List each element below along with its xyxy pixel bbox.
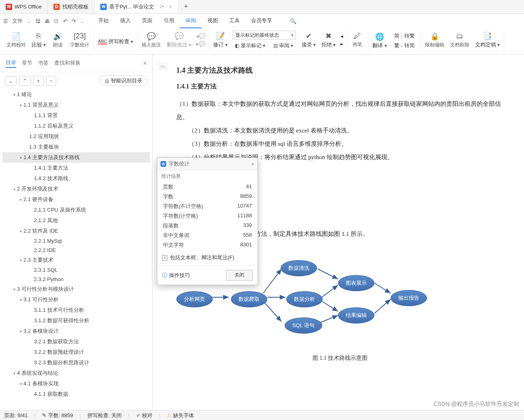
- to-traditional-button[interactable]: 简↓ 转繁: [392, 32, 417, 40]
- dialog-close-icon[interactable]: ×: [251, 161, 254, 167]
- toc-item[interactable]: 1.3 主要板块: [2, 142, 150, 152]
- wordcount-button[interactable]: [23]字数统计: [68, 31, 92, 49]
- file-menu[interactable]: 文件: [12, 17, 23, 25]
- status-words[interactable]: ✎ 字数: 8859: [42, 412, 73, 419]
- compare-button[interactable]: ⎘比较 ▾: [29, 31, 48, 49]
- toc-item[interactable]: ▾4.1 各模块实现: [2, 378, 150, 389]
- reject-button[interactable]: ✖拒绝 ▾: [319, 31, 338, 49]
- toc-item[interactable]: ▾3.1 可行性分析: [2, 294, 150, 305]
- track-changes-button[interactable]: 📝修订 ▾: [211, 31, 230, 49]
- tab-home[interactable]: 开始: [93, 14, 114, 28]
- toc-item[interactable]: 1.4.1 主要方法: [2, 163, 150, 173]
- toc-item[interactable]: ▾3 可行性分析与模块设计: [2, 284, 150, 294]
- toc-item[interactable]: 2.3.1 SQL: [2, 265, 150, 275]
- preview-icon[interactable]: 🗋: [54, 18, 59, 24]
- include-footnotes-checkbox[interactable]: ✓ 包括文本框、脚注和尾注(F): [157, 250, 258, 265]
- toc-item[interactable]: 3.2.2 数据预处理设计: [2, 347, 150, 357]
- toc-item[interactable]: 1.1.2 目标及意义: [2, 121, 150, 131]
- toc-item[interactable]: ▾3.2 各模块设计: [2, 326, 150, 336]
- qat-chevron[interactable]: ⌄: [80, 18, 85, 24]
- expand-all-button[interactable]: ⌄: [5, 76, 17, 86]
- next-change-icon[interactable]: ▸: [340, 41, 343, 47]
- sidebar-tab-chapter[interactable]: 章节: [22, 59, 32, 67]
- tab-review[interactable]: 审阅: [180, 14, 202, 28]
- tab-insert[interactable]: 插入: [114, 14, 136, 28]
- accept-button[interactable]: ✔接受 ▾: [299, 31, 318, 49]
- tab-current-document[interactable]: W 基于Pyt... 毕业论文 ⟳ ×: [95, 0, 178, 13]
- review-pane-button[interactable]: ▤ 审阅 ▾: [271, 41, 296, 50]
- hamburger-icon[interactable]: ☰: [3, 18, 8, 24]
- tab-page[interactable]: 页面: [136, 14, 158, 28]
- toc-item[interactable]: ▾4 系统实现与结论: [2, 368, 150, 378]
- to-simplified-button[interactable]: 繁↓ 转简: [392, 41, 417, 50]
- perm-icon: 🗂: [456, 32, 463, 41]
- undo-icon[interactable]: ↶: [63, 18, 68, 24]
- sidebar-tab-find[interactable]: 查找和替换: [54, 59, 80, 67]
- add-item-button[interactable]: +: [33, 76, 44, 86]
- prev-change-icon[interactable]: ◂: [340, 33, 343, 39]
- tab-reference[interactable]: 引用: [158, 14, 180, 28]
- toc-item[interactable]: ▾1.1 背景及意义: [2, 100, 150, 110]
- permissions-button[interactable]: 🗂文档权限: [448, 31, 472, 49]
- delete-comment-button[interactable]: 💬删除批注 ▾: [164, 31, 194, 49]
- prev-comment-icon[interactable]: ◂💬: [196, 33, 205, 39]
- toc-item[interactable]: 3.1.2 数据可获得性分析: [2, 315, 150, 326]
- tab-member[interactable]: 会员专享: [245, 14, 278, 28]
- toc-item[interactable]: 2.1.1 CPU 及操作系统: [2, 205, 150, 215]
- toc-item[interactable]: 2.1.2 其他: [2, 215, 150, 226]
- sidebar-tab-bookmark[interactable]: 书签: [38, 59, 49, 67]
- proof-button[interactable]: 📄文档校对: [4, 31, 28, 49]
- brush-button[interactable]: 🖊画笔: [349, 31, 366, 49]
- close-button[interactable]: 关闭: [226, 270, 253, 281]
- dialog-titlebar[interactable]: W 字数统计 ×: [157, 158, 258, 170]
- status-page[interactable]: 页面: 9/41: [4, 412, 28, 419]
- toc-item[interactable]: 2.2.1 MySql: [2, 236, 150, 246]
- toc-item[interactable]: 3.1.1 技术可行性分析: [2, 305, 150, 315]
- redo-icon[interactable]: ↷: [72, 18, 76, 24]
- file-chevron[interactable]: ⌄: [27, 18, 31, 24]
- app-logo-tab[interactable]: W WPS Office: [0, 0, 48, 13]
- save-icon[interactable]: 🖫: [35, 18, 40, 24]
- toc-item[interactable]: ▾2.2 软件及 IDE: [2, 226, 150, 236]
- toc-item[interactable]: ▾2.1 硬件设备: [2, 194, 150, 205]
- status-missing-font[interactable]: ⚠ 缺失字体: [167, 412, 194, 419]
- reload-icon[interactable]: ⟳: [160, 4, 164, 10]
- tab-view[interactable]: 视图: [202, 14, 224, 28]
- search-icon[interactable]: 🔍: [286, 16, 300, 27]
- tab-tools[interactable]: 工具: [224, 14, 245, 28]
- new-tab-button[interactable]: +: [178, 2, 194, 11]
- translate-button[interactable]: 🌐翻译 ▾: [370, 32, 389, 50]
- finalize-button[interactable]: 📑文档定稿 ▾: [473, 31, 502, 49]
- toc-item[interactable]: ▾1 绪论: [2, 89, 150, 100]
- toc-item[interactable]: 2.2.2 IDE: [2, 246, 150, 255]
- next-comment-icon[interactable]: ▸💬: [196, 41, 205, 47]
- marks-state-select[interactable]: 显示标记的最终状态: [232, 31, 296, 40]
- toc-item[interactable]: 1.4.2 技术路线: [2, 173, 150, 184]
- toc-item[interactable]: 3.2.1 数据获取方法: [2, 336, 150, 347]
- toc-item[interactable]: 4.1.1 获取数据: [2, 389, 150, 399]
- toc-item[interactable]: ▾1.4 主要方法及技术路线: [2, 152, 150, 163]
- insert-comment-button[interactable]: 💬插入批注: [139, 31, 163, 49]
- toc-list[interactable]: ▾1 绪论▾1.1 背景及意义1.1.1 背景1.1.2 目标及意义1.2 应用…: [0, 89, 152, 410]
- show-marks-button[interactable]: ◧ 显示标记 ▾: [232, 41, 268, 50]
- toc-item[interactable]: 1.2 应用现状: [2, 131, 150, 142]
- remove-item-button[interactable]: −: [46, 76, 57, 86]
- print-icon[interactable]: 🖶: [44, 18, 50, 24]
- read-button[interactable]: 🔊朗读: [49, 31, 67, 49]
- spellcheck-button[interactable]: ABC 拼写检查 ▾: [95, 37, 135, 46]
- toc-item[interactable]: ▾2 开发环境及技术: [2, 184, 150, 194]
- collapse-all-button[interactable]: ⌃: [19, 76, 31, 86]
- toc-item[interactable]: ▾2.3 主要技术: [2, 255, 150, 265]
- restrict-edit-button[interactable]: 🔒限制编辑: [423, 31, 447, 49]
- tab-templates[interactable]: D 找稻壳模板: [48, 0, 95, 13]
- status-proof[interactable]: ✓ 校对: [136, 412, 153, 419]
- tips-link[interactable]: ⓘ操作技巧: [162, 272, 190, 279]
- toc-item[interactable]: 3.2.3 数据分析思路设计: [2, 357, 150, 368]
- sidebar-tab-toc[interactable]: 目录: [6, 59, 16, 68]
- toc-item[interactable]: 1.1.1 背景: [2, 110, 150, 121]
- status-spell[interactable]: 拼写检查: 关闭: [87, 412, 122, 419]
- close-tab-icon[interactable]: ×: [169, 4, 172, 10]
- smart-toc-button[interactable]: ◎智能识别目录: [99, 76, 148, 86]
- sidebar-close-icon[interactable]: ×: [143, 60, 147, 67]
- toc-item[interactable]: 2.3.2 Python: [2, 275, 150, 284]
